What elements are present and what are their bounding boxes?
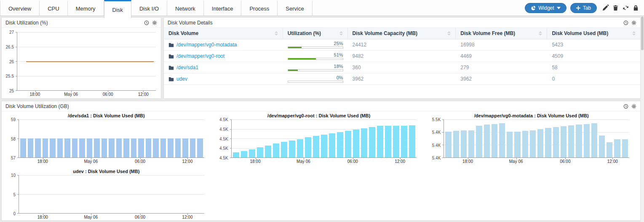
chart-title: /dev/mapper/vg0-motadata : Disk Volume U… [429,113,633,119]
plot-area [19,119,204,158]
column-header-disk-volume-capacity-mb[interactable]: Disk Volume Capacity (MB) [348,28,456,39]
sort-icon [630,31,636,35]
capacity-cell: 3962 [348,76,456,82]
bar [160,138,166,157]
utilization-cell: 25% [283,41,348,49]
tab-memory[interactable]: Memory [68,0,104,16]
add-tab-button-label: Tab [583,5,591,11]
panel-title: Disk Volume Details [168,20,213,26]
tab-list: OverviewCPUMemoryDiskDisk I/ONetworkInte… [0,0,313,18]
bar [461,130,467,158]
scrollbar-thumb[interactable] [641,16,644,50]
bar [153,138,159,157]
sort-icon [445,31,451,35]
bar [190,138,196,157]
gear-icon[interactable] [152,20,157,25]
tab-overview[interactable]: Overview [0,0,40,16]
gear-icon[interactable] [631,20,636,25]
capacity-cell: 24412 [348,42,456,48]
tab-actions [602,5,639,11]
volume-link[interactable]: /dev/sda1 [176,65,198,70]
bar [393,126,399,157]
plus-icon [576,6,580,10]
history-clock-icon[interactable] [144,20,149,25]
volume-cell: /dev/sda1 [164,65,283,70]
tab-cpu[interactable]: CPU [40,0,67,16]
bar [499,123,505,157]
bar [453,131,459,157]
x-axis-label: 06:00 [347,159,358,164]
tab-process[interactable]: Process [241,0,278,16]
column-header-utilization[interactable]: Utilization (%) [283,28,348,39]
y-tick [16,47,17,47]
bar [257,147,263,157]
bar [57,138,63,157]
tab-network[interactable]: Network [167,0,204,16]
column-header-disk-volume-used-mb[interactable]: Disk Volume Used (MB) [547,28,640,39]
x-axis-label: 12:00 [607,159,618,164]
sort-icon [536,31,542,35]
tab-bar: OverviewCPUMemoryDiskDisk I/ONetworkInte… [0,0,644,16]
tab-interface[interactable]: Interface [204,0,242,16]
bar [537,129,543,158]
y-tick [230,148,232,149]
y-tick [17,194,19,195]
chart-title: /dev/mapper/vg0-root : Disk Volume Used … [217,113,421,119]
utilization-value: 0% [288,76,343,80]
trash-icon[interactable] [612,5,619,11]
disk-volume-table: Disk VolumeUtilization (%)Disk Volume Ca… [164,28,640,98]
y-axis: 595857 [4,119,19,158]
volume-link[interactable]: /dev/mapper/vg0-root [176,53,224,59]
column-header-disk-volume[interactable]: Disk Volume [164,28,283,39]
bar-series [233,119,416,157]
x-axis-label: May 06 [509,159,523,164]
bar [584,124,590,158]
utilization-value: 25% [288,41,343,46]
volume-cell: /dev/mapper/vg0-root [164,53,283,59]
bar [43,138,48,157]
bar [468,130,474,158]
y-axis-label: 4.5K [219,127,228,131]
bar [109,138,115,157]
plot-area [444,119,629,158]
x-axis-label: 18:00 [29,92,40,97]
history-clock-icon[interactable] [623,104,628,109]
edit-pencil-icon[interactable] [602,5,609,11]
lock-icon[interactable] [633,5,639,11]
bar [530,130,536,158]
y-axis-label: 4.5K [219,117,228,122]
column-label: Disk Volume Free (MB) [460,30,515,36]
bar [622,139,628,158]
add-tab-button[interactable]: Tab [570,3,597,13]
x-axis-label: May 06 [84,215,98,219]
bar [233,152,239,157]
column-header-disk-volume-free-mb[interactable]: Disk Volume Free (MB) [456,28,547,39]
x-axis-label: 18:00 [250,159,260,164]
bar [313,136,319,157]
y-axis-label: 5.4K [432,130,441,135]
volume-link[interactable]: /dev/mapper/vg0-motadata [176,42,237,48]
tab-service[interactable]: Service [278,0,312,16]
bar-series [20,119,203,157]
tab-disk-i-o[interactable]: Disk I/O [131,0,167,16]
bar [297,139,303,158]
bar [545,128,551,157]
bar [401,126,407,157]
volume-link[interactable]: udev [176,76,187,82]
y-axis-label: 27 [9,30,14,35]
history-clock-icon[interactable] [623,20,628,25]
y-axis: 1050 [4,175,19,214]
disk-utilization-chart: 2726.52625.52518:00May 0606:0012:00 [3,32,160,97]
folder-icon [168,42,174,48]
sort-icon [272,31,278,35]
tab-disk[interactable]: Disk [104,0,131,18]
refresh-icon[interactable] [623,5,629,11]
gear-icon[interactable] [631,104,636,109]
bar [591,123,597,157]
bar [385,126,391,157]
bar [361,128,367,157]
x-axis: 18:00May 0606:0012:00 [231,158,417,165]
folder-icon [168,76,174,82]
widget-button[interactable]: Widget [525,3,566,13]
y-axis-label: 5 [13,192,16,197]
